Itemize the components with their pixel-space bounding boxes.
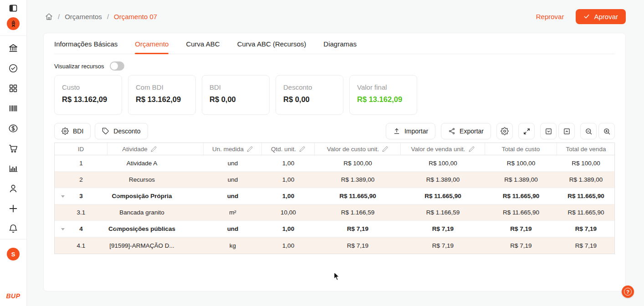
cell-valor-venda-unit: R$ 1.389,00	[401, 172, 485, 188]
reprovar-link[interactable]: Reprovar	[536, 13, 564, 20]
tab-orcamento[interactable]: Orçamento	[135, 40, 169, 54]
plus-icon[interactable]	[8, 204, 18, 214]
card-value: R$ 13.162,09	[62, 95, 114, 104]
question-icon: ?	[624, 288, 632, 296]
col-total-venda[interactable]: Total de venda	[557, 143, 615, 155]
visualizar-recursos-toggle[interactable]	[110, 61, 124, 71]
card-value: R$ 13.162,09	[357, 95, 409, 104]
col-qtd-unit[interactable]: Qtd. unit.	[262, 143, 315, 155]
cell-total-venda: R$ 7,19	[557, 237, 615, 254]
cell-total-custo: R$ 7,19	[485, 221, 557, 237]
cell-un-medida: und	[204, 188, 262, 204]
cell-valor-custo-unit: R$ 7,19	[315, 221, 401, 237]
grid-icon[interactable]	[8, 83, 18, 93]
rocket-icon	[10, 20, 17, 28]
tab-diagramas[interactable]: Diagramas	[323, 40, 357, 54]
cell-valor-custo-unit: R$ 1.166,59	[315, 204, 401, 220]
share-icon	[448, 128, 455, 135]
sidebar-toggle-icon[interactable]	[9, 4, 18, 13]
dollar-circle-icon[interactable]	[8, 123, 18, 133]
card-label: Valor final	[357, 83, 409, 91]
table-row[interactable]: 2 Recursos und 1,00 R$ 1.389,00 R$ 1.389…	[55, 172, 614, 188]
check-icon	[583, 13, 590, 20]
card-label: Com BDI	[136, 83, 188, 91]
fullscreen-icon	[523, 128, 531, 135]
tab-curva-abc[interactable]: Curva ABC	[186, 40, 220, 54]
cell-valor-venda-unit: R$ 1.166,59	[401, 204, 485, 220]
zoom-in-icon	[603, 128, 611, 135]
breadcrumb: / Orçamentos / Orçamento 07	[45, 13, 157, 20]
sidebar: S BUP	[0, 0, 27, 306]
cell-valor-venda-unit: R$ 11.665,90	[401, 188, 485, 204]
table-row-child[interactable]: 4.1 [91599]-ARMAÇÃO D... kg 1,00 R$ 7,19…	[55, 237, 614, 254]
zoom-in-button[interactable]	[598, 123, 615, 139]
cell-valor-venda-unit: R$ 100,00	[401, 155, 485, 171]
summary-cards: Custo R$ 13.162,09 Com BDI R$ 13.162,09 …	[54, 75, 615, 115]
cell-atividade: Atividade A	[107, 155, 204, 171]
barcode-icon[interactable]	[8, 103, 18, 113]
cell-id: 4.1	[55, 237, 107, 254]
sidebar-nav	[8, 43, 18, 234]
collapse-rows-button[interactable]	[540, 123, 557, 139]
table-settings-button[interactable]	[496, 123, 513, 139]
table-row-group[interactable]: 3 Composição Própria und 1,00 R$ 11.665,…	[55, 188, 614, 204]
card-valor-final: Valor final R$ 13.162,09	[349, 75, 417, 115]
col-atividade[interactable]: Atividade	[107, 143, 204, 155]
pencil-icon	[247, 146, 253, 152]
col-un-medida[interactable]: Un. medida	[204, 143, 262, 155]
brand-rocket-badge[interactable]	[7, 17, 20, 30]
col-id[interactable]: ID	[55, 143, 107, 155]
bar-chart-icon[interactable]	[8, 163, 18, 173]
help-button[interactable]: ?	[622, 286, 634, 298]
tab-bar: Informações Básicas Orçamento Curva ABC …	[54, 33, 615, 54]
card-com-bdi: Com BDI R$ 13.162,09	[128, 75, 196, 115]
collapse-caret-icon[interactable]	[115, 228, 118, 230]
fullscreen-button[interactable]	[518, 123, 535, 139]
collapse-caret-icon[interactable]	[61, 195, 65, 198]
table-row-group[interactable]: 4 Composições públicas und 1,00 R$ 7,19 …	[55, 221, 614, 237]
main-panel: Informações Básicas Orçamento Curva ABC …	[43, 33, 626, 291]
exportar-button[interactable]: Exportar	[441, 123, 491, 139]
cell-total-custo: R$ 11.665,90	[485, 188, 557, 204]
desconto-button-label: Desconto	[113, 128, 140, 135]
bdi-button[interactable]: BDI	[54, 123, 91, 139]
cell-valor-venda-unit: R$ 7,19	[401, 237, 485, 254]
cell-atividade: Recursos	[107, 172, 204, 188]
col-valor-custo-unit[interactable]: Valor de custo unit.	[315, 143, 401, 155]
breadcrumb-orcamentos[interactable]: Orçamentos	[65, 13, 102, 20]
user-icon[interactable]	[8, 184, 18, 194]
bank-icon[interactable]	[8, 43, 18, 53]
expand-rows-button[interactable]	[558, 123, 575, 139]
tab-curva-abc-recursos[interactable]: Curva ABC (Recursos)	[237, 40, 307, 54]
shopping-cart-icon[interactable]	[8, 143, 18, 153]
collapse-caret-icon[interactable]	[61, 228, 65, 230]
visualizar-recursos-label: Visualizar recursos	[54, 63, 104, 70]
table-row[interactable]: 1 Atividade A und 1,00 R$ 100,00 R$ 100,…	[55, 155, 614, 172]
importar-button-label: Importar	[404, 128, 428, 135]
cell-total-custo: R$ 7,19	[485, 237, 557, 254]
cell-qtd-unit: 1,00	[262, 221, 315, 237]
home-icon[interactable]	[45, 13, 53, 20]
card-value: R$ 0,00	[283, 95, 336, 104]
col-valor-venda-unit[interactable]: Valor de venda unit.	[401, 143, 485, 155]
table-header: ID Atividade Un. medida Qtd. unit. Valor…	[55, 143, 614, 155]
zoom-out-button[interactable]	[580, 123, 597, 139]
pencil-icon	[469, 146, 475, 152]
col-total-custo[interactable]: Total de custo	[485, 143, 557, 155]
cell-total-custo: R$ 1.389,00	[485, 172, 557, 188]
table-row-child[interactable]: 3.1 Bancada granito m² 10,00 R$ 1.166,59…	[55, 204, 614, 221]
chevron-down-square-icon	[545, 128, 552, 135]
cell-atividade: Bancada granito	[107, 204, 204, 220]
check-circle-icon[interactable]	[8, 63, 18, 73]
cell-qtd-unit: 1,00	[262, 172, 315, 188]
bell-icon[interactable]	[8, 224, 18, 234]
user-avatar[interactable]: S	[7, 248, 20, 260]
aprovar-button[interactable]: Aprovar	[576, 9, 626, 24]
importar-button[interactable]: Importar	[386, 123, 435, 139]
collapse-caret-icon[interactable]	[115, 195, 118, 198]
cell-valor-custo-unit: R$ 7,19	[315, 237, 401, 254]
tab-informacoes-basicas[interactable]: Informações Básicas	[54, 40, 118, 54]
desconto-button[interactable]: Desconto	[95, 123, 148, 139]
avatar-initial: S	[11, 251, 15, 258]
sidebar-divider	[0, 239, 26, 240]
